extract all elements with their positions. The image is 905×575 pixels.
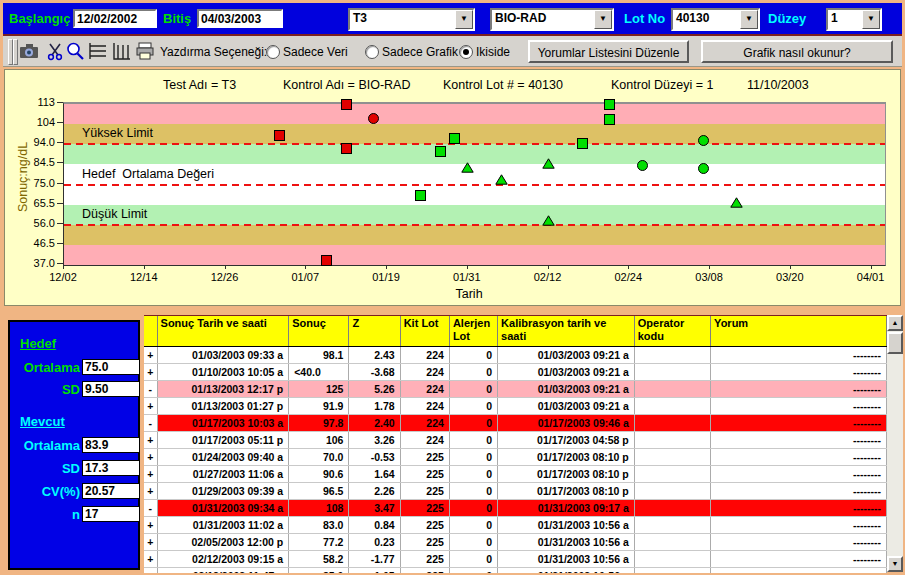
table-row[interactable]: +01/29/2003 09:39 a96.52.26225001/17/200… [144,483,887,500]
control-limit-line [64,184,885,186]
column-header[interactable]: Alerjen Lot [449,316,497,347]
level-select[interactable]: 1 ▼ [826,8,882,31]
camera-icon[interactable] [18,40,40,62]
radio-ikiside[interactable] [459,45,473,59]
target-sd-input[interactable] [82,381,140,397]
control-select[interactable]: BIO-RAD ▼ [490,8,614,31]
chevron-down-icon[interactable]: ▼ [455,10,473,29]
data-point[interactable] [542,215,555,226]
current-cv-input[interactable] [82,483,140,499]
data-point[interactable] [321,255,332,266]
high-limit-label: Yüksek Limit [82,126,153,140]
radio-sadece-veri[interactable] [266,45,280,59]
table-cell: 0 [449,551,497,568]
test-select[interactable]: T3 ▼ [348,8,475,31]
table-cell: 01/24/2003 09:40 a [157,449,289,466]
sd-band [64,144,885,164]
current-sd-input[interactable] [82,460,140,476]
table-cell [634,517,710,534]
scroll-down-icon[interactable]: ▼ [887,556,903,572]
chevron-down-icon[interactable]: ▼ [740,10,758,29]
table-cell: 83.0 [289,517,349,534]
printer-icon[interactable] [134,40,156,62]
column-header[interactable] [144,316,157,347]
table-cell: -0.53 [349,449,400,466]
table-row[interactable]: -01/17/2003 10:03 a97.82.40224001/17/200… [144,415,887,432]
table-row[interactable]: +01/17/2003 05:11 p1063.26224001/17/2003… [144,432,887,449]
data-point[interactable] [415,190,426,201]
table-cell: -1.77 [349,551,400,568]
current-mean-input[interactable] [82,437,140,453]
table-row[interactable]: +02/12/2003 11:47 a85.01.05225001/31/200… [144,568,887,574]
column-header[interactable]: Sonuç Tarih ve saati [157,316,289,347]
table-cell: -------- [711,381,887,398]
data-point[interactable] [274,130,285,141]
current-n-label: n [12,507,80,522]
start-date-input[interactable] [73,9,157,28]
table-cell: 2.40 [349,415,400,432]
x-axis-tick-label: 01/19 [364,271,408,283]
table-cell: 01/10/2003 10:05 a [157,364,289,381]
data-point[interactable] [730,197,743,208]
radio-sadece-veri-label: Sadece Veri [283,45,348,59]
data-point[interactable] [461,162,474,173]
table-row[interactable]: -01/13/2003 12:17 p1255.26224001/03/2003… [144,381,887,398]
column-header[interactable]: Kalibrasyon tarih ve saati [498,316,635,347]
table-row[interactable]: +01/24/2003 09:40 a70.0-0.53225001/17/20… [144,449,887,466]
data-point[interactable] [542,158,555,169]
data-point[interactable] [604,99,615,110]
table-scrollbar[interactable]: ▲ ▼ [887,315,903,572]
table-cell [634,483,710,500]
table-row[interactable]: -01/31/2003 09:34 a1083.47225001/31/2003… [144,500,887,517]
current-n-input[interactable] [82,506,140,522]
chevron-down-icon[interactable]: ▼ [862,10,880,29]
y-axis-tick-label: 113 [19,96,55,108]
y-axis-tick-label: 37.0 [19,257,55,269]
target-mean-input[interactable] [82,359,140,375]
data-point[interactable] [698,135,709,146]
data-point[interactable] [698,163,709,174]
table-cell [634,364,710,381]
scroll-up-icon[interactable]: ▲ [887,315,903,331]
column-header[interactable]: Yorum [711,316,887,347]
data-point[interactable] [577,138,588,149]
table-cell: 225 [400,517,449,534]
table-cell: 0 [449,432,497,449]
edit-comments-button[interactable]: Yorumlar Listesini Düzenle [528,40,689,63]
zoom-icon[interactable] [64,40,86,62]
column-header[interactable]: Sonuç [289,316,349,347]
end-date-input[interactable] [197,9,283,28]
y-axis-tick-label: 65.5 [19,197,55,209]
x-axis-title: Tarih [456,287,483,301]
x-axis-tick [144,265,145,269]
data-point[interactable] [604,114,615,125]
histogram-icon[interactable] [111,40,133,62]
table-cell: 0 [449,381,497,398]
control-select-value: BIO-RAD [495,11,546,25]
table-row[interactable]: +01/27/2003 11:06 a90.61.64225001/17/200… [144,466,887,483]
levey-chart-icon[interactable] [87,40,109,62]
table-cell: 01/17/2003 08:10 p [498,449,635,466]
table-row[interactable]: +01/03/2003 09:33 a98.12.43224001/03/200… [144,347,887,364]
table-cell: 01/17/2003 09:46 a [498,415,635,432]
data-point[interactable] [435,146,446,157]
scrollbar-thumb[interactable] [887,332,903,354]
data-point[interactable] [341,143,352,154]
column-header[interactable]: Kit Lot [400,316,449,347]
table-row[interactable]: +01/13/2003 01:27 p91.91.78224001/03/200… [144,398,887,415]
column-header[interactable]: Z [349,316,400,347]
table-cell: 225 [400,568,449,574]
table-row[interactable]: +01/10/2003 10:05 a<40.0-3.68224001/03/2… [144,364,887,381]
column-header[interactable]: Operator kodu [634,316,710,347]
how-to-read-chart-button[interactable]: Grafik nasıl okunur? [701,40,893,63]
table-row[interactable]: +02/12/2003 09:15 a58.2-1.77225001/31/20… [144,551,887,568]
table-row[interactable]: +02/05/2003 12:00 p77.20.23225001/31/200… [144,534,887,551]
table-row[interactable]: +01/31/2003 11:02 a83.00.84225001/31/200… [144,517,887,534]
chevron-down-icon[interactable]: ▼ [594,10,612,29]
lot-select[interactable]: 40130 ▼ [671,8,760,31]
data-point[interactable] [449,133,460,144]
radio-sadece-grafik[interactable] [365,45,379,59]
data-point[interactable] [341,99,352,110]
data-point[interactable] [495,174,508,185]
scissors-icon[interactable] [44,40,66,62]
